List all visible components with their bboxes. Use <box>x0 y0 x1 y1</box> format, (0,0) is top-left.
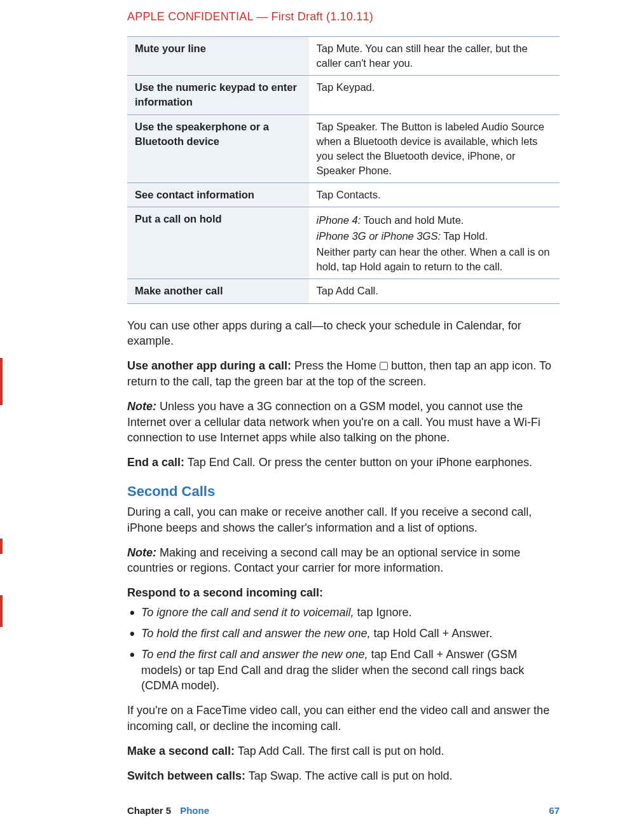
table-row: Make another callTap Add Call. <box>127 279 560 303</box>
text-segment: Tap End Call. Or press the center button… <box>184 456 532 469</box>
table-row: Mute your lineTap Mute. You can still he… <box>127 37 560 76</box>
table-cell-right: Tap Speaker. The Button is labeled Audio… <box>309 114 560 182</box>
table-cell-left: Use the numeric keypad to enter informat… <box>127 76 309 114</box>
change-bar-2 <box>0 539 3 554</box>
para-facetime: If you're on a FaceTime video call, you … <box>127 703 560 734</box>
home-icon <box>380 362 388 370</box>
table-cell-left: Make another call <box>127 279 309 303</box>
text-segment: iPhone 4: Touch and hold Mute. <box>317 213 553 228</box>
bullet-list: To ignore the call and send it to voicem… <box>127 605 560 694</box>
table-cell-left: Mute your line <box>127 37 309 76</box>
table-cell-left: Put a call on hold <box>127 207 309 279</box>
lead-make-second: Make a second call: <box>127 745 235 757</box>
para-switch: Switch between calls: Tap Swap. The acti… <box>127 768 560 784</box>
table-cell-left: See contact information <box>127 182 309 207</box>
text-segment: Tap Add Call. The first call is put on h… <box>235 745 444 757</box>
heading-second-calls: Second Calls <box>127 482 560 502</box>
para-make-second: Make a second call: Tap Add Call. The fi… <box>127 743 560 759</box>
call-options-table: Mute your lineTap Mute. You can still he… <box>127 36 560 303</box>
table-row: Use the numeric keypad to enter informat… <box>127 76 560 114</box>
list-item: To end the first call and answer the new… <box>127 647 560 694</box>
para-end-call: End a call: Tap End Call. Or press the c… <box>127 455 560 471</box>
note-label: Note: <box>127 400 156 413</box>
text-segment: Unless you have a 3G connection on a GSM… <box>127 400 541 444</box>
list-item-em: To end the first call and answer the new… <box>141 648 368 661</box>
list-item-em: To hold the first call and answer the ne… <box>141 627 371 640</box>
lead-switch: Switch between calls: <box>127 769 245 782</box>
lead-use-another-app: Use another app during a call: <box>127 359 291 372</box>
para-other-apps: You can use other apps during a call—to … <box>127 318 560 350</box>
text-segment: Making and receiving a second call may b… <box>127 546 520 575</box>
change-bar-1 <box>0 358 3 405</box>
list-item: To hold the first call and answer the ne… <box>127 626 560 642</box>
footer-chapter-name: Phone <box>180 804 209 817</box>
lead-respond: Respond to a second incoming call: <box>127 585 560 601</box>
list-item-em: To ignore the call and send it to voicem… <box>141 606 354 619</box>
para-note-optional: Note: Making and receiving a second call… <box>127 545 560 577</box>
table-row: Use the speakerphone or a Bluetooth devi… <box>127 114 560 182</box>
lead-end-call: End a call: <box>127 456 184 469</box>
footer-page-number: 67 <box>549 804 560 817</box>
para-note-3g: Note: Unless you have a 3G connection on… <box>127 399 560 446</box>
text-segment: Tap Swap. The active call is put on hold… <box>245 769 453 782</box>
table-cell-right: Tap Mute. You can still hear the caller,… <box>309 37 560 76</box>
footer-chapter: Chapter 5 <box>127 804 171 817</box>
page-footer: Chapter 5 Phone 67 <box>127 804 560 817</box>
table-cell-right: iPhone 4: Touch and hold Mute.iPhone 3G … <box>309 207 560 279</box>
table-cell-right: Tap Add Call. <box>309 279 560 303</box>
table-cell-left: Use the speakerphone or a Bluetooth devi… <box>127 114 309 182</box>
table-row: Put a call on holdiPhone 4: Touch and ho… <box>127 207 560 279</box>
change-bar-3 <box>0 595 3 627</box>
table-cell-right: Tap Keypad. <box>309 76 560 114</box>
para-use-another-app: Use another app during a call: Press the… <box>127 358 560 390</box>
text-segment: Press the Home <box>291 359 380 372</box>
table-cell-right: Tap Contacts. <box>309 182 560 207</box>
list-item: To ignore the call and send it to voicem… <box>127 605 560 621</box>
text-segment: Neither party can hear the other. When a… <box>317 245 553 274</box>
table-row: See contact informationTap Contacts. <box>127 182 560 207</box>
note-label: Note: <box>127 546 156 559</box>
para-second-calls-intro: During a call, you can make or receive a… <box>127 504 560 536</box>
confidential-header: APPLE CONFIDENTIAL — First Draft (1.10.1… <box>127 9 560 25</box>
text-segment: iPhone 3G or iPhone 3GS: Tap Hold. <box>317 229 553 244</box>
